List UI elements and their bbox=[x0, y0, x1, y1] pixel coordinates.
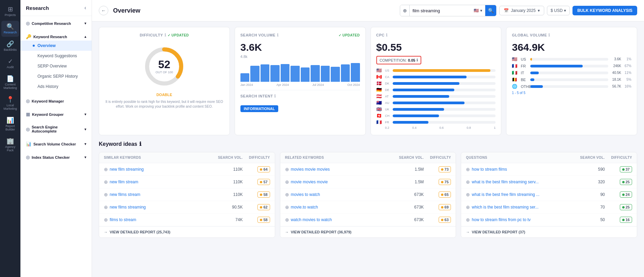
kw-link-2-1[interactable]: ⊕ what is the best film streaming serv..… bbox=[466, 179, 574, 185]
nav-audit[interactable]: ✓ Audit bbox=[1, 56, 19, 72]
kw-link-2-2[interactable]: ⊕ what is the best free film streaming .… bbox=[466, 192, 574, 197]
diff-dot-1-2 bbox=[441, 194, 443, 196]
diff-badge-0-2: 58 bbox=[257, 191, 270, 198]
sidebar-item-organic-serp[interactable]: Organic SERP History bbox=[20, 71, 92, 81]
nav-agency[interactable]: 🏢 Agency Pack bbox=[1, 135, 19, 155]
kw-link-1-1[interactable]: ⊕ movie movies movie bbox=[285, 179, 393, 185]
kw-link-0-3[interactable]: ⊕ new films streaming bbox=[104, 204, 212, 210]
nav-backlinks[interactable]: 🔗 Backlinks bbox=[1, 38, 19, 54]
view-report-btn-similar[interactable]: → VIEW DETAILED REPORT (25,743) bbox=[99, 226, 275, 237]
sidebar-keyword-label[interactable]: 🔑 Keyword Research ▴ bbox=[20, 31, 92, 41]
sidebar-grouper-label[interactable]: ▦ Keyword Grouper ▾ bbox=[20, 109, 92, 118]
nav-local[interactable]: 📍 Local Marketing bbox=[1, 94, 19, 113]
comp-info-icon[interactable]: ℹ bbox=[417, 58, 418, 62]
search-button[interactable]: 🔍 bbox=[485, 5, 496, 16]
kw-diff-0-3: 62 bbox=[243, 204, 270, 210]
kw-text-0-4: films to stream bbox=[110, 217, 136, 222]
kw-diff-2-2: 24 bbox=[605, 191, 632, 198]
sidebar-header: Research ‹ bbox=[20, 0, 92, 16]
gv-rows: 🇺🇸 US 3.6K 1% 🇫🇷 FR 246K 67% 🇮🇹 IT 40.5K… bbox=[512, 57, 631, 89]
nav-report[interactable]: 📊 Report Builder bbox=[1, 114, 19, 134]
currency-selector[interactable]: $ USD ▾ bbox=[547, 6, 570, 15]
grouper-chevron: ▾ bbox=[84, 112, 86, 116]
sidebar-item-overview[interactable]: Overview bbox=[20, 41, 92, 51]
sidebar-volume-label[interactable]: 📊 Search Volume Checker ▾ bbox=[20, 139, 92, 148]
sv-info-icon[interactable]: ℹ bbox=[277, 33, 279, 37]
search-volume-card: SEARCH VOLUME ℹ ✓ Updated 3.6K 4.8k Jan … bbox=[235, 27, 366, 135]
sv-bar-8 bbox=[321, 66, 330, 82]
date-picker[interactable]: 📅 January 2025 ▾ bbox=[499, 6, 544, 15]
gv-flag-IT: 🇮🇹 bbox=[512, 70, 519, 75]
bulk-keyword-analysis-button[interactable]: BULK KEYWORD ANALYSIS bbox=[572, 6, 637, 15]
bar-track-FR bbox=[393, 121, 496, 124]
kw-text-0-2: new films stream bbox=[110, 192, 140, 197]
cpc-info-icon[interactable]: ℹ bbox=[386, 33, 388, 37]
search-input[interactable] bbox=[410, 5, 471, 16]
intent-label: SEARCH INTENT ℹ bbox=[240, 94, 360, 98]
kw-link-1-0[interactable]: ⊕ movies movie movies bbox=[285, 167, 393, 172]
gv-bar-fill-FR bbox=[530, 65, 582, 67]
plus-icon-1-0: ⊕ bbox=[285, 167, 289, 172]
plus-icon-1-3: ⊕ bbox=[285, 204, 289, 210]
header-controls: ⊕ 🇺🇸 ▾ 🔍 📅 January 2025 ▾ $ USD ▾ BULK K… bbox=[400, 5, 637, 16]
keyword-ideas-info[interactable]: ℹ bbox=[139, 141, 141, 147]
kw-link-0-1[interactable]: ⊕ new film stream bbox=[104, 179, 212, 185]
kw-link-2-0[interactable]: ⊕ how to stream films bbox=[466, 167, 574, 172]
gv-code-FR: FR bbox=[521, 64, 528, 68]
sidebar-manager-label[interactable]: ◎ Keyword Manager bbox=[20, 96, 92, 105]
view-report-btn-related[interactable]: → VIEW DETAILED REPORT (36,979) bbox=[280, 226, 456, 237]
gv-pagination[interactable]: 1 - 5 of 5 bbox=[512, 91, 631, 95]
sidebar-autocomplete-label[interactable]: ◎ Search Engine Autocomplete ▾ bbox=[20, 122, 92, 135]
diff-dot-1-3 bbox=[441, 206, 443, 209]
diff-dot-0-3 bbox=[260, 206, 262, 209]
kw-link-0-0[interactable]: ⊕ new film streaming bbox=[104, 167, 212, 172]
sidebar-item-keyword-suggestions[interactable]: Keyword Suggestions bbox=[20, 51, 92, 61]
page-header: ← Overview ⊕ 🇺🇸 ▾ 🔍 📅 January 2025 ▾ $ U… bbox=[92, 0, 644, 21]
bar-track-DE bbox=[393, 89, 496, 91]
kw-link-1-3[interactable]: ⊕ movie.to watch bbox=[285, 204, 393, 210]
sidebar-competitive-label[interactable]: ◎ Competitive Research ▾ bbox=[20, 18, 92, 27]
sidebar-index-label[interactable]: ◎ Index Status Checker ▾ bbox=[20, 152, 92, 161]
kw-link-0-4[interactable]: ⊕ films to stream bbox=[104, 217, 212, 222]
cpc-label: CPC ℹ bbox=[376, 33, 496, 37]
diff-badge-0-1: 57 bbox=[257, 179, 270, 185]
diff-dot-1-4 bbox=[441, 219, 443, 221]
diff-dot-2-1 bbox=[622, 181, 625, 183]
sidebar-item-serp-overview[interactable]: SERP Overview bbox=[20, 61, 92, 71]
kw-link-1-4[interactable]: ⊕ watch movies to watch bbox=[285, 217, 393, 222]
gv-pct-BE: 5% bbox=[623, 78, 631, 81]
code-DK: DK bbox=[385, 82, 391, 85]
bar-fill-CH bbox=[393, 114, 439, 117]
gv-label: GLOBAL VOLUME ℹ bbox=[512, 33, 631, 37]
country-select[interactable]: 🇺🇸 ▾ bbox=[471, 5, 485, 16]
bar-fill-AU bbox=[393, 102, 465, 104]
bar-fill-US bbox=[393, 69, 491, 72]
search-add-button[interactable]: ⊕ bbox=[400, 5, 410, 16]
back-button[interactable]: ← bbox=[99, 6, 108, 15]
kw-link-0-2[interactable]: ⊕ new films stream bbox=[104, 192, 212, 197]
kw-text-2-3: which is the best film streaming ser... bbox=[472, 205, 538, 210]
nav-projects[interactable]: ⊞ Projects bbox=[1, 3, 19, 19]
code-CH: CH bbox=[385, 114, 391, 118]
sidebar-collapse-icon[interactable]: ‹ bbox=[84, 5, 86, 11]
sidebar-item-ads-history[interactable]: Ads History bbox=[20, 81, 92, 92]
plus-icon-2-1: ⊕ bbox=[466, 179, 470, 185]
kw-diff-2-0: 37 bbox=[605, 166, 632, 172]
gv-bar-fill-IT bbox=[530, 72, 539, 74]
kw-vol-2-2: 90 bbox=[574, 192, 605, 197]
kw-link-2-3[interactable]: ⊕ which is the best film streaming ser..… bbox=[466, 204, 574, 210]
gv-info-icon[interactable]: ℹ bbox=[548, 33, 550, 37]
bar-track-AU bbox=[393, 102, 496, 104]
comp-bar-row-7: 🇨🇭 CH bbox=[376, 113, 496, 118]
gv-pct-IT: 11% bbox=[623, 71, 631, 75]
chart-labels: Jan 2024 Apr 2024 Jul 2024 Oct 2024 bbox=[240, 83, 360, 87]
kw-link-2-4[interactable]: ⊕ how to stream films from pc to tv bbox=[466, 217, 574, 222]
intent-info-icon[interactable]: ℹ bbox=[274, 94, 276, 98]
diff-header-questions: DIFFICULTY bbox=[605, 156, 632, 159]
kw-link-1-2[interactable]: ⊕ movies to watch bbox=[285, 192, 393, 197]
nav-content[interactable]: 📄 Content Marketing bbox=[1, 73, 19, 92]
difficulty-info-icon[interactable]: ℹ bbox=[164, 33, 167, 37]
nav-research[interactable]: 🔍 Research bbox=[1, 21, 19, 37]
kw-diff-1-2: 65 bbox=[424, 191, 451, 198]
view-report-btn-questions[interactable]: → VIEW DETAILED REPORT (37) bbox=[461, 226, 637, 237]
